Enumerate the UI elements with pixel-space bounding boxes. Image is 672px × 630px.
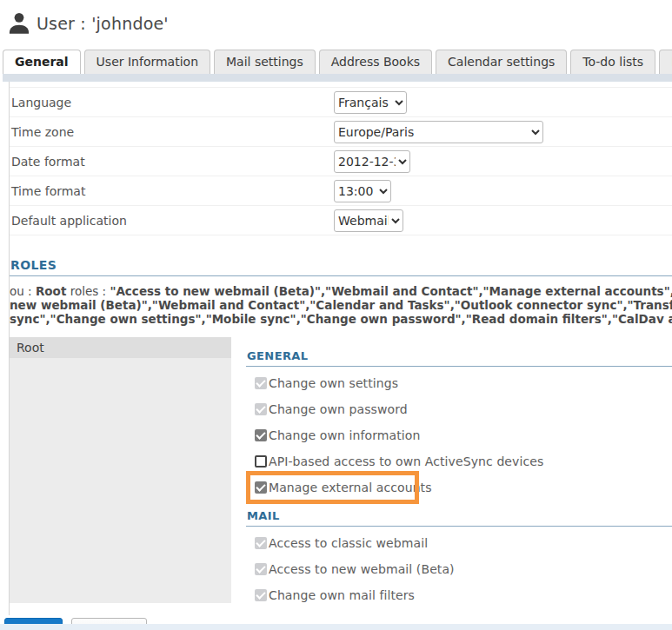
field-label-language: Language	[11, 96, 334, 109]
roles-section-title: ROLES	[10, 258, 672, 276]
change-own-settings-checkbox[interactable]	[255, 377, 267, 389]
user-settings-page: User : 'johndoe' GeneralUser Information…	[0, 0, 672, 630]
user-icon	[7, 11, 31, 36]
roles-detail: GENERALChange own settingsChange own pas…	[246, 337, 672, 615]
page-title: User : 'johndoe'	[37, 14, 169, 33]
access-to-new-webmail-beta-checkbox[interactable]	[255, 563, 267, 575]
change-own-password-checkbox[interactable]	[255, 403, 267, 415]
role-label-api-based-access-to-own-activesync-devices: API-based access to own ActiveSync devic…	[269, 454, 543, 468]
tab-band	[3, 74, 672, 82]
page-header: User : 'johndoe'	[0, 0, 672, 36]
tab-calendar-settings[interactable]: Calendar settings	[436, 50, 567, 74]
form-row-default-application: Default applicationWebmail	[10, 206, 672, 235]
change-own-information-checkbox[interactable]	[255, 429, 267, 441]
role-label-change-own-settings: Change own settings	[269, 376, 398, 390]
role-row-access-to-new-webmail-beta: Access to new webmail (Beta)	[246, 556, 672, 582]
form-row-time-format: Time format13:00	[10, 176, 672, 206]
field-label-date-format: Date format	[11, 155, 334, 169]
tab-user-information[interactable]: User Information	[84, 50, 210, 74]
form-row-date-format: Date format2012-12-31	[10, 147, 672, 176]
settings-form: LanguageFrançaisTime zoneEurope/ParisDat…	[10, 87, 672, 235]
role-row-change-own-settings: Change own settings	[246, 370, 672, 396]
role-label-access-to-new-webmail-beta: Access to new webmail (Beta)	[269, 562, 455, 576]
roles-summary-line: ou : Root roles : "Access to new webmail…	[10, 284, 672, 298]
field-label-default-application: Default application	[11, 214, 334, 228]
role-row-manage-external-accounts: Manage external accounts	[246, 474, 672, 501]
role-group-general: GENERALChange own settingsChange own pas…	[246, 349, 672, 501]
role-row-change-own-information: Change own information	[246, 422, 672, 448]
roles-body: Root GENERALChange own settingsChange ow…	[10, 337, 672, 615]
role-row-change-own-password: Change own password	[246, 396, 672, 422]
date-format-select[interactable]: 2012-12-31	[334, 150, 410, 173]
field-label-time-zone: Time zone	[11, 125, 334, 139]
time-zone-select[interactable]: Europe/Paris	[334, 121, 543, 143]
mail-section-title: MAIL	[246, 509, 672, 527]
roles-tree: Root	[10, 337, 231, 603]
role-label-change-own-information: Change own information	[269, 428, 420, 442]
form-row-language: LanguageFrançais	[10, 88, 672, 117]
time-format-select[interactable]: 13:00	[334, 180, 391, 202]
role-label-access-to-classic-webmail: Access to classic webmail	[269, 536, 428, 550]
manage-external-accounts-checkbox[interactable]	[255, 481, 267, 494]
bottom-strip	[0, 624, 672, 630]
roles-summary-line: new webmail (Beta)","Webmail and Contact…	[10, 298, 672, 312]
api-based-access-to-own-activesync-devices-checkbox[interactable]	[255, 455, 267, 468]
general-section-title: GENERAL	[246, 349, 672, 367]
field-label-time-format: Time format	[11, 184, 334, 198]
role-label-manage-external-accounts: Manage external accounts	[269, 481, 432, 494]
tree-item-root[interactable]: Root	[10, 337, 231, 358]
tab-to-do-lists[interactable]: To-do lists	[570, 50, 655, 74]
tab-bar: GeneralUser InformationMail settingsAddr…	[3, 50, 672, 74]
access-to-classic-webmail-checkbox[interactable]	[255, 537, 267, 549]
role-label-change-own-password: Change own password	[269, 402, 408, 416]
tab-content-general: LanguageFrançaisTime zoneEurope/ParisDat…	[9, 82, 672, 615]
tab-maintenance[interactable]: Maintenance	[659, 50, 672, 74]
roles-summary: ou : Root roles : "Access to new webmail…	[10, 284, 672, 326]
role-row-change-own-mail-filters: Change own mail filters	[246, 582, 672, 608]
tab-address-books[interactable]: Address Books	[319, 50, 432, 74]
roles-summary-line: sync","Change own settings","Mobile sync…	[10, 312, 672, 326]
role-row-access-to-classic-webmail: Access to classic webmail	[246, 530, 672, 556]
tab-general[interactable]: General	[3, 50, 81, 74]
role-row-api-based-access-to-own-activesync-devices: API-based access to own ActiveSync devic…	[246, 448, 672, 474]
role-group-mail: MAILAccess to classic webmailAccess to n…	[246, 509, 672, 608]
form-row-time-zone: Time zoneEurope/Paris	[10, 117, 672, 147]
change-own-mail-filters-checkbox[interactable]	[255, 589, 267, 601]
default-application-select[interactable]: Webmail	[334, 209, 403, 232]
role-label-change-own-mail-filters: Change own mail filters	[269, 588, 415, 602]
language-select[interactable]: Français	[334, 91, 407, 114]
tab-mail-settings[interactable]: Mail settings	[214, 50, 316, 74]
